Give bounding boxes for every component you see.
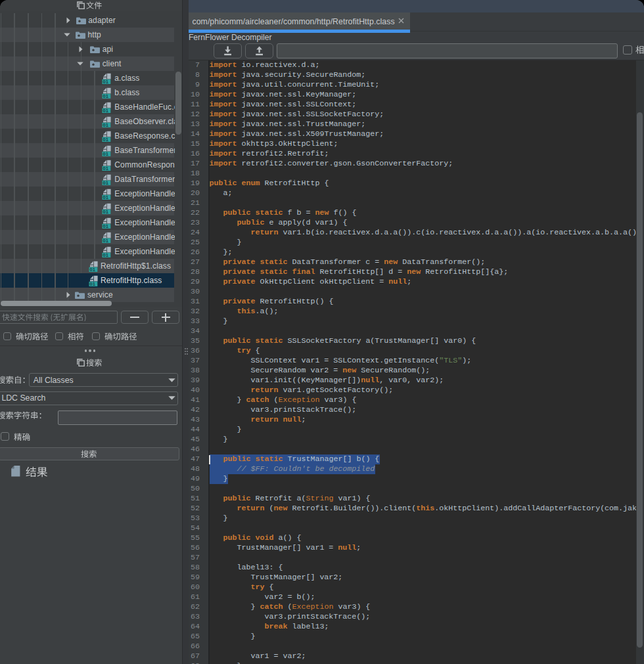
svg-text:01: 01 — [90, 281, 96, 286]
svg-text:01: 01 — [103, 238, 108, 243]
svg-text:01: 01 — [90, 267, 96, 272]
svg-text:01: 01 — [103, 151, 108, 156]
svg-text:01: 01 — [103, 180, 108, 185]
svg-text:01: 01 — [103, 122, 108, 127]
svg-text:01: 01 — [103, 93, 108, 99]
svg-text:01: 01 — [103, 223, 108, 229]
svg-text:01: 01 — [103, 79, 108, 84]
svg-text:01: 01 — [103, 209, 108, 214]
svg-text:01: 01 — [103, 166, 108, 171]
svg-text:01: 01 — [103, 194, 108, 200]
svg-text:01: 01 — [103, 108, 108, 113]
svg-text:01: 01 — [103, 137, 108, 142]
svg-text:01: 01 — [103, 252, 108, 257]
